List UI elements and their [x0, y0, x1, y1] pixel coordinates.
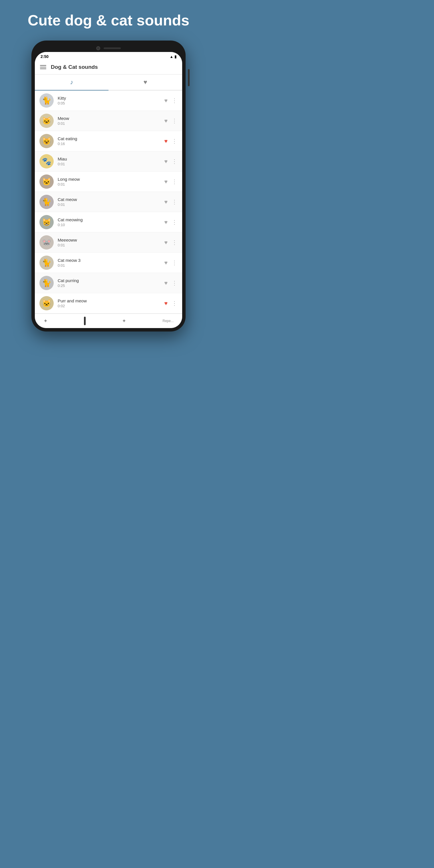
music-icon: ♪ [70, 79, 73, 86]
tabs-container: ♪ ♥ [35, 74, 182, 91]
item-duration: 0:01 [58, 203, 160, 207]
favorite-button[interactable]: ♥ [164, 280, 167, 286]
item-info: Cat purring 0:25 [58, 278, 160, 288]
favorite-button[interactable]: ♥ [164, 97, 167, 104]
item-info: Long meow 0:01 [58, 177, 160, 186]
favorite-button[interactable]: ♥ [164, 239, 167, 246]
item-name: Purr and meow [58, 299, 160, 303]
menu-button[interactable] [40, 65, 46, 69]
item-duration: 0:01 [58, 162, 160, 166]
more-button[interactable]: ⋮ [172, 280, 178, 286]
item-actions: ♥ ⋮ [164, 117, 178, 124]
avatar-10: 🐱 [39, 296, 54, 310]
list-item[interactable]: 😺 Cat eating 0:16 ♥ ⋮ [35, 131, 182, 151]
bottom-nav: ✦ ✦ Repe... [35, 313, 182, 328]
more-button[interactable]: ⋮ [172, 198, 178, 205]
favorite-button[interactable]: ♥ [164, 219, 167, 225]
tab-favorites[interactable]: ♥ [108, 74, 182, 90]
item-actions: ♥ ⋮ [164, 280, 178, 286]
avatar-8: 🐈 [39, 255, 54, 270]
status-time: 2:50 [40, 54, 49, 59]
favorite-button[interactable]: ♥ [164, 179, 167, 185]
avatar-4: 🐱 [39, 175, 54, 189]
repeat-label: Repe... [162, 319, 174, 323]
avatar-9: 🐈 [39, 276, 54, 290]
item-info: Meeeoww 0:01 [58, 238, 160, 247]
favorite-button[interactable]: ♥ [164, 118, 167, 124]
more-button[interactable]: ⋮ [172, 239, 178, 246]
favorite-button[interactable]: ♥ [164, 138, 167, 145]
tab-music[interactable]: ♪ [35, 74, 108, 90]
avatar-3: 🐾 [39, 154, 54, 168]
item-name: Miau [58, 156, 160, 161]
item-info: Cat meow 0:01 [58, 197, 160, 207]
nav-right-icon: ✦ [122, 318, 126, 324]
sound-list: 🐈 Kitty 0:05 ♥ ⋮ 🐱 Meow 0:01 ♥ ⋮ [35, 91, 182, 313]
page-headline: Cute dog & cat sounds [19, 11, 198, 29]
favorite-button[interactable]: ♥ [164, 158, 167, 165]
item-actions: ♥ ⋮ [164, 198, 178, 205]
nav-center [84, 317, 86, 325]
item-duration: 0:01 [58, 263, 160, 268]
item-info: Kitty 0:05 [58, 96, 160, 105]
item-actions: ♥ ⋮ [164, 219, 178, 225]
item-info: Cat eating 0:16 [58, 136, 160, 146]
avatar-1: 🐱 [39, 114, 54, 128]
nav-left-icon: ✦ [43, 318, 48, 324]
list-item[interactable]: 🐱 Purr and meow 0:02 ♥ ⋮ [35, 293, 182, 313]
status-icons: ▲ ▮ [169, 55, 177, 59]
item-name: Cat meow [58, 197, 160, 202]
favorite-button[interactable]: ♥ [164, 199, 167, 205]
more-button[interactable]: ⋮ [172, 117, 178, 124]
list-item[interactable]: 🐈 Cat meow 3 0:01 ♥ ⋮ [35, 253, 182, 273]
side-button [188, 69, 190, 86]
phone-screen: 2:50 ▲ ▮ Dog & Cat sounds ♪ ♥ [35, 52, 182, 328]
status-bar: 2:50 ▲ ▮ [35, 52, 182, 60]
item-name: Cat meow 3 [58, 258, 160, 263]
item-name: Cat purring [58, 278, 160, 283]
item-name: Kitty [58, 96, 160, 100]
item-actions: ♥ ⋮ [164, 178, 178, 185]
more-button[interactable]: ⋮ [172, 158, 178, 165]
list-item[interactable]: 🐭 Meeeoww 0:01 ♥ ⋮ [35, 232, 182, 253]
item-info: Meow 0:01 [58, 116, 160, 126]
item-name: Meeeoww [58, 238, 160, 242]
item-actions: ♥ ⋮ [164, 97, 178, 104]
avatar-6: 😸 [39, 215, 54, 229]
list-item[interactable]: 🐾 Miau 0:01 ♥ ⋮ [35, 151, 182, 172]
item-info: Cat meow 3 0:01 [58, 258, 160, 268]
list-item[interactable]: 🐈 Kitty 0:05 ♥ ⋮ [35, 91, 182, 111]
favorite-button[interactable]: ♥ [164, 259, 167, 266]
more-button[interactable]: ⋮ [172, 259, 178, 266]
favorite-button[interactable]: ♥ [164, 300, 167, 307]
more-button[interactable]: ⋮ [172, 219, 178, 225]
signal-icon: ▲ [169, 55, 173, 59]
list-item[interactable]: 🐱 Long meow 0:01 ♥ ⋮ [35, 172, 182, 192]
item-duration: 0:10 [58, 223, 160, 227]
battery-icon: ▮ [175, 55, 177, 59]
more-button[interactable]: ⋮ [172, 137, 178, 145]
more-button[interactable]: ⋮ [172, 300, 178, 307]
item-name: Long meow [58, 177, 160, 182]
phone-top-bar [35, 44, 182, 52]
phone-device: 2:50 ▲ ▮ Dog & Cat sounds ♪ ♥ [31, 40, 186, 332]
item-name: Meow [58, 116, 160, 121]
list-item[interactable]: 🐈 Cat meow 0:01 ♥ ⋮ [35, 192, 182, 212]
list-item[interactable]: 🐱 Meow 0:01 ♥ ⋮ [35, 111, 182, 131]
avatar-2: 😺 [39, 134, 54, 148]
item-actions: ♥ ⋮ [164, 300, 178, 307]
avatar-0: 🐈 [39, 93, 54, 107]
more-button[interactable]: ⋮ [172, 97, 178, 104]
item-actions: ♥ ⋮ [164, 259, 178, 266]
item-duration: 0:02 [58, 304, 160, 308]
item-duration: 0:01 [58, 243, 160, 247]
avatar-7: 🐭 [39, 235, 54, 250]
more-button[interactable]: ⋮ [172, 178, 178, 185]
camera [96, 46, 100, 50]
avatar-5: 🐈 [39, 195, 54, 209]
item-info: Cat meowing 0:10 [58, 217, 160, 227]
item-duration: 0:16 [58, 142, 160, 146]
list-item[interactable]: 🐈 Cat purring 0:25 ♥ ⋮ [35, 273, 182, 293]
list-item[interactable]: 😸 Cat meowing 0:10 ♥ ⋮ [35, 212, 182, 232]
app-bar: Dog & Cat sounds [35, 60, 182, 74]
